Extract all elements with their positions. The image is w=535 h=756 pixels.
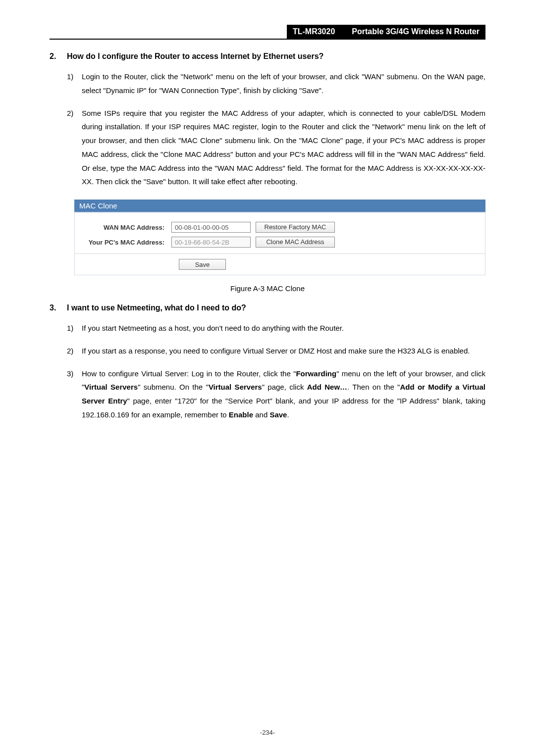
step-text: How to configure Virtual Server: Log in … bbox=[82, 367, 485, 422]
step-text: If you start Netmeeting as a host, you d… bbox=[82, 321, 485, 335]
step-text: If you start as a response, you need to … bbox=[82, 344, 485, 358]
section-number: 2. bbox=[50, 52, 67, 61]
faq-section-3: 3. I want to use Netmeeting, what do I n… bbox=[50, 303, 485, 422]
step-number: 3) bbox=[67, 367, 82, 422]
wan-mac-input[interactable] bbox=[171, 222, 251, 233]
wan-mac-label: WAN MAC Address: bbox=[85, 224, 171, 231]
step-item: 1) If you start Netmeeting as a host, yo… bbox=[67, 321, 485, 335]
figure-caption: Figure A-3 MAC Clone bbox=[50, 284, 485, 293]
step-number: 2) bbox=[67, 344, 82, 358]
page-number: -234- bbox=[0, 729, 535, 736]
panel-title: MAC Clone bbox=[74, 200, 485, 212]
pc-mac-label: Your PC's MAC Address: bbox=[85, 239, 171, 246]
model-label: TL-MR3020 bbox=[287, 25, 341, 39]
product-title: Portable 3G/4G Wireless N Router bbox=[341, 25, 485, 39]
step-item: 3) How to configure Virtual Server: Log … bbox=[67, 367, 485, 422]
faq-section-2: 2. How do I configure the Router to acce… bbox=[50, 52, 485, 189]
restore-factory-mac-button[interactable]: Restore Factory MAC bbox=[256, 222, 335, 233]
step-item: 2) Some ISPs require that you register t… bbox=[67, 106, 485, 189]
page-header: TL-MR3020 Portable 3G/4G Wireless N Rout… bbox=[50, 25, 485, 40]
section-title: I want to use Netmeeting, what do I need… bbox=[67, 303, 485, 312]
clone-mac-address-button[interactable]: Clone MAC Address bbox=[256, 237, 335, 248]
step-number: 2) bbox=[67, 106, 82, 189]
step-item: 1) Login to the Router, click the "Netwo… bbox=[67, 70, 485, 98]
step-number: 1) bbox=[67, 321, 82, 335]
step-number: 1) bbox=[67, 70, 82, 98]
step-item: 2) If you start as a response, you need … bbox=[67, 344, 485, 358]
step-text: Some ISPs require that you register the … bbox=[82, 106, 485, 189]
mac-clone-figure: MAC Clone WAN MAC Address: Restore Facto… bbox=[74, 200, 485, 275]
step-text: Login to the Router, click the "Network"… bbox=[82, 70, 485, 98]
pc-mac-input bbox=[171, 237, 251, 248]
save-button[interactable]: Save bbox=[179, 259, 226, 270]
section-title: How do I configure the Router to access … bbox=[67, 52, 485, 61]
section-number: 3. bbox=[50, 303, 67, 312]
